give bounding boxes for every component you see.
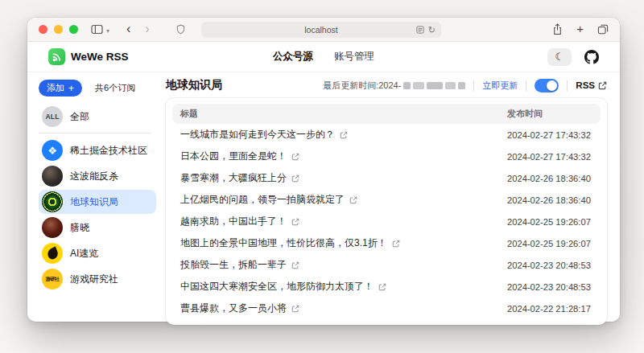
github-icon[interactable] bbox=[584, 50, 599, 64]
tab-overview-icon[interactable] bbox=[597, 24, 609, 35]
app-nav: 公众号源 账号管理 bbox=[273, 50, 374, 64]
article-title-link[interactable]: 暴雪寒潮，大疆疯狂上分 bbox=[180, 171, 287, 185]
divider bbox=[567, 80, 568, 91]
article-row[interactable]: 日本公园，里面全是蛇！ 2024-02-27 17:43:32 bbox=[172, 146, 601, 167]
article-publish-time: 2024-02-26 18:36:40 bbox=[507, 195, 601, 205]
dark-mode-toggle[interactable]: ☾ bbox=[547, 48, 572, 66]
sidebar-divider bbox=[39, 133, 151, 133]
article-title-link[interactable]: 投胎毁一生，拆船一辈子 bbox=[180, 258, 287, 272]
article-publish-time: 2024-02-25 19:26:07 bbox=[507, 239, 601, 248]
article-row[interactable]: 中国这四大寒潮安全区，地形防御力太顶了！ 2024-02-23 20:48:53 bbox=[172, 276, 601, 298]
app-header: WeWe RSS 公众号源 账号管理 ☾ bbox=[27, 42, 620, 72]
window-controls bbox=[39, 25, 78, 34]
article-row[interactable]: 暴雪寒潮，大疆疯狂上分 2024-02-26 18:36:40 bbox=[172, 167, 601, 189]
article-title-link[interactable]: 一线城市是如何走到今天这一步的？ bbox=[180, 128, 335, 142]
article-publish-time: 2024-02-23 20:48:53 bbox=[507, 282, 601, 292]
reader-icon[interactable] bbox=[416, 26, 424, 34]
article-title-link[interactable]: 中国这四大寒潮安全区，地形防御力太顶了！ bbox=[180, 280, 374, 293]
article-row[interactable]: 上亿烟民的问题，领导一拍脑袋就定了 2024-02-26 18:36:40 bbox=[172, 189, 601, 211]
article-publish-time: 2024-02-25 19:26:07 bbox=[507, 217, 601, 227]
feed-enabled-toggle[interactable] bbox=[535, 79, 559, 92]
subscription-item[interactable]: ALL 全部 bbox=[39, 105, 156, 129]
divider bbox=[473, 80, 474, 91]
all-badge-icon: ALL bbox=[42, 106, 63, 127]
plus-icon: + bbox=[68, 84, 74, 93]
minimize-window-button[interactable] bbox=[54, 25, 63, 34]
article-title-link[interactable]: 越南求助，中国出手了！ bbox=[180, 215, 287, 228]
rss-link[interactable]: RSS bbox=[576, 80, 607, 90]
feed-panel: 地球知识局 最后更新时间:2024- 立即更新 bbox=[166, 77, 607, 322]
article-row[interactable]: 曹县爆款，又多一员小将 2024-02-22 21:28:17 bbox=[172, 298, 601, 319]
brand-name: WeWe RSS bbox=[71, 51, 129, 63]
subscription-count: 共6个订阅 bbox=[95, 82, 135, 94]
external-link-icon bbox=[392, 240, 400, 248]
close-window-button[interactable] bbox=[39, 25, 47, 34]
refresh-now-link[interactable]: 立即更新 bbox=[482, 80, 518, 92]
last-update-time: 最后更新时间:2024- bbox=[323, 80, 465, 92]
external-link-icon bbox=[291, 305, 299, 313]
chevron-down-icon[interactable]: ▾ bbox=[106, 27, 109, 35]
article-row[interactable]: 地图上的全景中国地理，性价比很高，仅3.1折！ 2024-02-25 19:26… bbox=[172, 232, 601, 254]
redacted-block bbox=[427, 82, 443, 89]
moon-icon: ☾ bbox=[555, 51, 564, 63]
game-society-icon: 游研社 bbox=[42, 269, 63, 289]
article-title-link[interactable]: 上亿烟民的问题，领导一拍脑袋就定了 bbox=[180, 193, 345, 207]
subscription-item[interactable]: 地球知识局 bbox=[39, 190, 156, 214]
article-publish-time: 2024-02-23 20:48:53 bbox=[507, 261, 601, 270]
redacted-block bbox=[413, 82, 424, 89]
article-publish-time: 2024-02-27 17:43:32 bbox=[507, 130, 601, 140]
redacted-block bbox=[403, 82, 411, 89]
sidebar-toggle-icon[interactable] bbox=[91, 24, 103, 35]
article-publish-time: 2024-02-27 17:43:32 bbox=[507, 152, 601, 162]
external-link-icon bbox=[340, 131, 348, 139]
url-text: localhost bbox=[304, 25, 337, 35]
article-title-link[interactable]: 日本公园，里面全是蛇！ bbox=[180, 150, 287, 163]
external-link-icon bbox=[291, 218, 299, 226]
redacted-block bbox=[445, 82, 456, 89]
ai-swoosh-icon bbox=[42, 243, 63, 264]
subscription-item[interactable]: ❖ 稀土掘金技术社区 bbox=[39, 138, 156, 162]
external-link-icon bbox=[598, 81, 607, 90]
subscription-list: ALL 全部 ❖ 稀土掘金技术社区 这波能反杀 地球知识局 膳晓 AI速览 游研… bbox=[39, 105, 156, 291]
article-row[interactable]: 投胎毁一生，拆船一辈子 2024-02-23 20:48:53 bbox=[172, 254, 601, 276]
browser-titlebar: ▾ ‹ › localhost ↻ bbox=[27, 18, 620, 42]
article-title-link[interactable]: 地图上的全景中国地理，性价比很高，仅3.1折！ bbox=[180, 236, 387, 250]
juejin-diamond-icon: ❖ bbox=[42, 140, 63, 161]
article-row[interactable]: 一线城市是如何走到今天这一步的？ 2024-02-27 17:43:32 bbox=[172, 124, 601, 146]
person-photo-red-icon bbox=[42, 217, 63, 238]
address-bar[interactable]: localhost ↻ bbox=[201, 22, 441, 38]
column-publish-time: 发布时间 bbox=[507, 108, 601, 120]
subscription-sidebar: 添加+ 共6个订阅 ALL 全部 ❖ 稀土掘金技术社区 这波能反杀 地球知识局 … bbox=[39, 77, 156, 322]
divider bbox=[526, 80, 526, 91]
subscription-item[interactable]: 游研社 游戏研究社 bbox=[39, 267, 156, 291]
article-title-link[interactable]: 曹县爆款，又多一员小将 bbox=[180, 302, 287, 315]
subscription-item[interactable]: 膳晓 bbox=[39, 215, 156, 240]
articles-table-body: 一线城市是如何走到今天这一步的？ 2024-02-27 17:43:32 日本公… bbox=[172, 124, 601, 319]
person-photo-dark-icon bbox=[42, 166, 63, 187]
subscription-item[interactable]: 这波能反杀 bbox=[39, 164, 156, 188]
nav-tab-feeds[interactable]: 公众号源 bbox=[273, 50, 313, 64]
privacy-shield-icon[interactable] bbox=[176, 24, 185, 35]
share-icon[interactable] bbox=[552, 23, 563, 35]
add-subscription-button[interactable]: 添加+ bbox=[39, 80, 82, 96]
wewe-rss-logo-icon bbox=[48, 48, 65, 65]
fullscreen-window-button[interactable] bbox=[69, 25, 78, 34]
nav-tab-accounts[interactable]: 账号管理 bbox=[334, 50, 374, 64]
new-tab-icon[interactable]: + bbox=[576, 23, 584, 36]
article-row[interactable]: 越南求助，中国出手了！ 2024-02-25 19:26:07 bbox=[172, 211, 601, 232]
articles-table: 标题 发布时间 一线城市是如何走到今天这一步的？ 2024-02-27 17:4… bbox=[166, 98, 607, 325]
external-link-icon bbox=[291, 261, 299, 269]
external-link-icon bbox=[291, 174, 299, 183]
forward-button[interactable]: › bbox=[145, 23, 149, 37]
external-link-icon bbox=[291, 153, 299, 161]
brand: WeWe RSS bbox=[48, 48, 129, 65]
subscription-item[interactable]: AI速览 bbox=[39, 241, 156, 265]
reload-icon[interactable]: ↻ bbox=[428, 26, 436, 35]
article-publish-time: 2024-02-22 21:28:17 bbox=[507, 304, 601, 314]
article-publish-time: 2024-02-26 18:36:40 bbox=[507, 174, 601, 183]
feed-title: 地球知识局 bbox=[166, 78, 222, 92]
browser-window: ▾ ‹ › localhost ↻ bbox=[27, 18, 620, 322]
back-button[interactable]: ‹ bbox=[126, 23, 130, 37]
redacted-block bbox=[458, 82, 465, 89]
external-link-icon bbox=[349, 196, 357, 204]
